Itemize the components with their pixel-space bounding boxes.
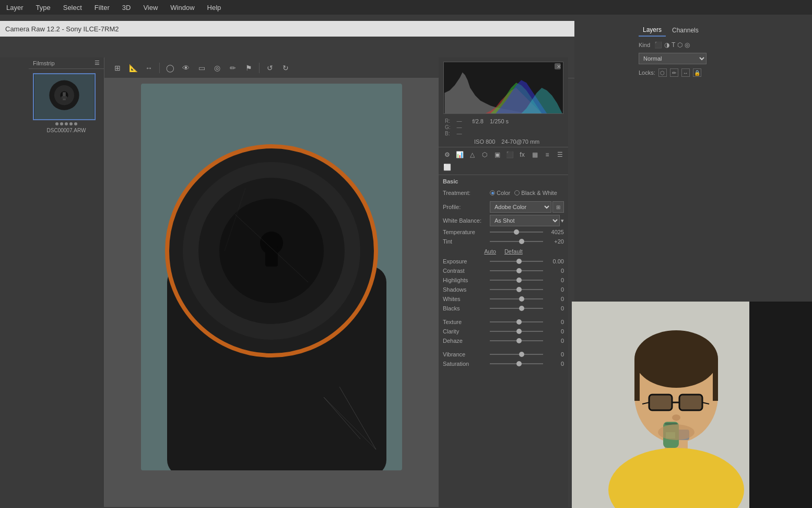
vibrance-slider-thumb[interactable]: [519, 352, 524, 357]
red-eye[interactable]: 👁: [180, 62, 192, 74]
treatment-label: Treatment:: [443, 190, 490, 196]
graduated-filter[interactable]: ▭: [195, 62, 208, 74]
blacks-row: Blacks 0: [443, 305, 564, 312]
separator: [159, 63, 160, 73]
svg-text:✕: ✕: [557, 64, 561, 70]
spot-removal[interactable]: ◯: [164, 62, 176, 74]
dot-1: [55, 122, 58, 125]
raw-tool-snapshots[interactable]: ⬜: [442, 162, 452, 172]
profile-grid-btn[interactable]: ⊞: [552, 201, 564, 213]
highlights-slider-thumb[interactable]: [516, 278, 522, 283]
treatment-bw[interactable]: Black & White: [514, 190, 557, 196]
raw-tool-histogram[interactable]: 📊: [454, 149, 465, 160]
exposure-slider-track: [490, 261, 543, 262]
menu-view[interactable]: View: [141, 3, 160, 13]
kind-row: Kind ⬛ ◑ T ⬡ ◎: [634, 39, 812, 51]
svg-point-48: [672, 414, 680, 421]
raw-tool-calibration[interactable]: ≡: [542, 149, 552, 160]
lock-artboard[interactable]: ↔: [681, 68, 690, 77]
raw-tool-curve[interactable]: △: [467, 149, 477, 160]
exposure-row: Exposure 0.00: [443, 258, 564, 265]
menu-3d[interactable]: 3D: [120, 3, 133, 13]
raw-tool-hsl[interactable]: ▣: [492, 149, 502, 160]
blend-mode-select[interactable]: Normal: [639, 53, 707, 64]
svg-rect-33: [713, 359, 718, 401]
blacks-slider-thumb[interactable]: [519, 306, 524, 311]
vibrance-slider-track: [490, 354, 543, 355]
profile-row: Profile: Adobe Color ⊞: [443, 201, 564, 213]
raw-tool-preset[interactable]: ☰: [555, 149, 565, 160]
filmstrip-menu-icon[interactable]: ☰: [95, 60, 100, 66]
adjustment-brush[interactable]: ✏: [227, 62, 239, 74]
dehaze-value: 0: [545, 338, 564, 344]
temperature-row: Temperature 4025: [443, 228, 564, 236]
saturation-slider-thumb[interactable]: [516, 361, 522, 366]
raw-tool-fx[interactable]: fx: [517, 149, 527, 160]
blacks-slider-container: [490, 305, 543, 312]
lock-pixel[interactable]: ⬡: [658, 68, 667, 77]
mask-tool[interactable]: ⚑: [242, 62, 255, 74]
transform-tool[interactable]: ↔: [143, 62, 155, 74]
menu-type[interactable]: Type: [34, 3, 53, 13]
kind-icon-shape[interactable]: ⬡: [677, 41, 682, 49]
auto-btn[interactable]: Auto: [484, 248, 496, 255]
straighten-tool[interactable]: 📐: [127, 62, 139, 74]
texture-row: Texture 0: [443, 318, 564, 326]
tab-channels[interactable]: Channels: [668, 25, 703, 36]
raw-tool-lens[interactable]: ▦: [529, 149, 540, 160]
raw-tool-split[interactable]: ⬛: [504, 149, 515, 160]
vibrance-row: Vibrance 0: [443, 351, 564, 358]
crop-tool[interactable]: ⊞: [111, 62, 124, 74]
canvas-content: [104, 78, 439, 507]
clarity-slider-thumb[interactable]: [516, 329, 522, 334]
contrast-slider-thumb[interactable]: [516, 268, 522, 273]
temperature-slider-thumb[interactable]: [514, 229, 519, 235]
raw-tool-detail[interactable]: ⬡: [479, 149, 490, 160]
contrast-value: 0: [545, 268, 564, 274]
shadows-slider-container: [490, 286, 543, 293]
exposure-slider-thumb[interactable]: [516, 259, 522, 264]
svg-rect-5: [61, 96, 67, 99]
saturation-slider-container: [490, 360, 543, 367]
menu-help[interactable]: Help: [205, 3, 223, 13]
auto-default-row: Auto Default: [443, 248, 564, 255]
menu-window[interactable]: Window: [168, 3, 196, 13]
tab-layers[interactable]: Layers: [639, 24, 666, 37]
svg-rect-4: [63, 92, 66, 100]
rotate-ccw[interactable]: ↺: [264, 62, 276, 74]
shutter: 1/250 s: [490, 118, 509, 136]
raw-tool-settings[interactable]: ⚙: [442, 149, 452, 160]
whites-slider-thumb[interactable]: [519, 296, 524, 302]
radial-filter[interactable]: ◎: [211, 62, 223, 74]
radio-bw[interactable]: [514, 190, 520, 195]
rotate-cw[interactable]: ↻: [279, 62, 292, 74]
svg-rect-14: [265, 246, 278, 267]
menu-select[interactable]: Select: [61, 3, 84, 13]
texture-slider-thumb[interactable]: [516, 319, 522, 325]
basic-label: Basic: [443, 178, 458, 184]
lock-all[interactable]: 🔒: [693, 68, 701, 77]
highlights-value: 0: [545, 277, 564, 283]
kind-icon-type[interactable]: T: [672, 41, 675, 49]
menu-layer[interactable]: Layer: [4, 3, 26, 13]
iso: ISO 800: [474, 138, 495, 145]
kind-icon-adjust[interactable]: ◑: [664, 41, 669, 49]
menu-filter[interactable]: Filter: [92, 3, 112, 13]
default-btn[interactable]: Default: [504, 248, 523, 255]
kind-icon-smart[interactable]: ◎: [685, 41, 690, 49]
treatment-color[interactable]: Color: [490, 190, 510, 196]
wb-select[interactable]: As Shot: [490, 215, 560, 226]
lock-position[interactable]: ✏: [670, 68, 678, 77]
tint-label: Tint: [443, 238, 490, 245]
camera-info: R:G:B: ——— f/2.8 1/250 s ISO 800 24-70@7…: [439, 116, 568, 147]
locks-label: Locks:: [639, 70, 655, 76]
texture-value: 0: [545, 319, 564, 325]
profile-select[interactable]: Adobe Color: [490, 201, 551, 213]
shadows-slider-thumb[interactable]: [516, 287, 522, 292]
tint-slider-thumb[interactable]: [519, 239, 524, 244]
filmstrip-item[interactable]: DSC00007.ARW: [29, 69, 104, 137]
radio-color[interactable]: [490, 190, 495, 195]
dehaze-slider-thumb[interactable]: [516, 338, 522, 343]
rgb-labels: R:G:B:: [445, 118, 451, 136]
kind-icon-pixel[interactable]: ⬛: [654, 41, 662, 49]
